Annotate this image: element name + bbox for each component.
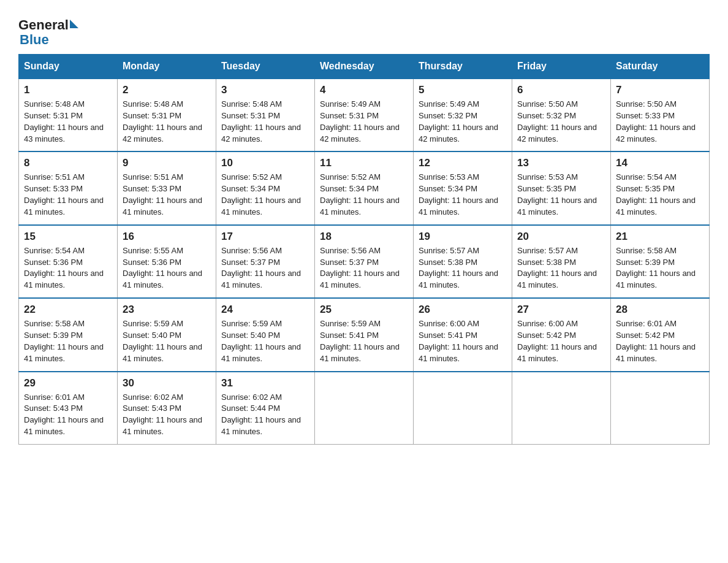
- day-info: Sunrise: 5:59 AM Sunset: 5:40 PM Dayligh…: [221, 318, 309, 364]
- day-info: Sunrise: 5:56 AM Sunset: 5:37 PM Dayligh…: [221, 245, 309, 291]
- calendar-cell: 14 Sunrise: 5:54 AM Sunset: 5:35 PM Dayl…: [611, 151, 710, 224]
- day-info: Sunrise: 5:50 AM Sunset: 5:33 PM Dayligh…: [616, 99, 704, 145]
- calendar-cell: 20 Sunrise: 5:57 AM Sunset: 5:38 PM Dayl…: [512, 225, 611, 298]
- calendar-cell: 5 Sunrise: 5:49 AM Sunset: 5:32 PM Dayli…: [414, 79, 512, 151]
- day-number: 25: [320, 304, 408, 316]
- calendar-cell: 26 Sunrise: 6:00 AM Sunset: 5:41 PM Dayl…: [414, 298, 512, 371]
- day-info: Sunrise: 5:48 AM Sunset: 5:31 PM Dayligh…: [221, 99, 309, 145]
- calendar-cell: 13 Sunrise: 5:53 AM Sunset: 5:35 PM Dayl…: [512, 151, 611, 224]
- day-number: 10: [221, 157, 309, 169]
- header-row: General Blue: [18, 12, 710, 48]
- day-info: Sunrise: 6:00 AM Sunset: 5:41 PM Dayligh…: [419, 318, 507, 364]
- day-info: Sunrise: 5:54 AM Sunset: 5:36 PM Dayligh…: [24, 245, 112, 291]
- calendar-week-row-1: 1 Sunrise: 5:48 AM Sunset: 5:31 PM Dayli…: [19, 79, 710, 151]
- calendar-week-row-2: 8 Sunrise: 5:51 AM Sunset: 5:33 PM Dayli…: [19, 151, 710, 224]
- calendar-cell: 30 Sunrise: 6:02 AM Sunset: 5:43 PM Dayl…: [118, 372, 216, 445]
- day-info: Sunrise: 5:59 AM Sunset: 5:40 PM Dayligh…: [123, 318, 211, 364]
- calendar-cell: 4 Sunrise: 5:49 AM Sunset: 5:31 PM Dayli…: [315, 79, 414, 151]
- calendar-week-row-4: 22 Sunrise: 5:58 AM Sunset: 5:39 PM Dayl…: [19, 298, 710, 371]
- day-info: Sunrise: 5:48 AM Sunset: 5:31 PM Dayligh…: [123, 99, 211, 145]
- day-number: 15: [24, 231, 112, 243]
- day-info: Sunrise: 5:54 AM Sunset: 5:35 PM Dayligh…: [616, 172, 704, 218]
- day-number: 19: [419, 231, 507, 243]
- day-number: 30: [123, 377, 211, 389]
- day-info: Sunrise: 5:53 AM Sunset: 5:34 PM Dayligh…: [419, 172, 507, 218]
- calendar-table: SundayMondayTuesdayWednesdayThursdayFrid…: [18, 54, 710, 445]
- day-number: 26: [419, 304, 507, 316]
- day-number: 2: [123, 84, 211, 96]
- day-info: Sunrise: 5:59 AM Sunset: 5:41 PM Dayligh…: [320, 318, 408, 364]
- calendar-cell: [512, 372, 611, 445]
- calendar-cell: [611, 372, 710, 445]
- day-info: Sunrise: 5:49 AM Sunset: 5:32 PM Dayligh…: [419, 99, 507, 145]
- calendar-cell: 24 Sunrise: 5:59 AM Sunset: 5:40 PM Dayl…: [216, 298, 315, 371]
- day-number: 9: [123, 157, 211, 169]
- calendar-cell: 23 Sunrise: 5:59 AM Sunset: 5:40 PM Dayl…: [118, 298, 216, 371]
- day-number: 29: [24, 377, 112, 389]
- logo-text-blue: Blue: [20, 32, 49, 48]
- day-number: 22: [24, 304, 112, 316]
- logo-text-general: General: [18, 17, 69, 33]
- calendar-week-row-5: 29 Sunrise: 6:01 AM Sunset: 5:43 PM Dayl…: [19, 372, 710, 445]
- logo: General Blue: [18, 17, 78, 48]
- day-number: 11: [320, 157, 408, 169]
- day-number: 6: [517, 84, 605, 96]
- calendar-week-row-3: 15 Sunrise: 5:54 AM Sunset: 5:36 PM Dayl…: [19, 225, 710, 298]
- day-number: 20: [517, 231, 605, 243]
- day-info: Sunrise: 5:52 AM Sunset: 5:34 PM Dayligh…: [221, 172, 309, 218]
- day-number: 8: [24, 157, 112, 169]
- calendar-cell: 27 Sunrise: 6:00 AM Sunset: 5:42 PM Dayl…: [512, 298, 611, 371]
- calendar-cell: 31 Sunrise: 6:02 AM Sunset: 5:44 PM Dayl…: [216, 372, 315, 445]
- calendar-cell: 6 Sunrise: 5:50 AM Sunset: 5:32 PM Dayli…: [512, 79, 611, 151]
- calendar-header-saturday: Saturday: [611, 55, 710, 79]
- day-info: Sunrise: 5:49 AM Sunset: 5:31 PM Dayligh…: [320, 99, 408, 145]
- day-info: Sunrise: 6:01 AM Sunset: 5:43 PM Dayligh…: [24, 392, 112, 438]
- calendar-header-tuesday: Tuesday: [216, 55, 315, 79]
- calendar-header-wednesday: Wednesday: [315, 55, 414, 79]
- calendar-cell: 2 Sunrise: 5:48 AM Sunset: 5:31 PM Dayli…: [118, 79, 216, 151]
- day-number: 5: [419, 84, 507, 96]
- calendar-cell: 21 Sunrise: 5:58 AM Sunset: 5:39 PM Dayl…: [611, 225, 710, 298]
- day-info: Sunrise: 5:50 AM Sunset: 5:32 PM Dayligh…: [517, 99, 605, 145]
- calendar-cell: 7 Sunrise: 5:50 AM Sunset: 5:33 PM Dayli…: [611, 79, 710, 151]
- day-info: Sunrise: 5:48 AM Sunset: 5:31 PM Dayligh…: [24, 99, 112, 145]
- calendar-cell: 22 Sunrise: 5:58 AM Sunset: 5:39 PM Dayl…: [19, 298, 118, 371]
- calendar-cell: 8 Sunrise: 5:51 AM Sunset: 5:33 PM Dayli…: [19, 151, 118, 224]
- day-info: Sunrise: 5:57 AM Sunset: 5:38 PM Dayligh…: [419, 245, 507, 291]
- day-number: 7: [616, 84, 704, 96]
- day-number: 16: [123, 231, 211, 243]
- calendar-cell: 9 Sunrise: 5:51 AM Sunset: 5:33 PM Dayli…: [118, 151, 216, 224]
- day-info: Sunrise: 6:01 AM Sunset: 5:42 PM Dayligh…: [616, 318, 704, 364]
- calendar-cell: 11 Sunrise: 5:52 AM Sunset: 5:34 PM Dayl…: [315, 151, 414, 224]
- day-info: Sunrise: 5:57 AM Sunset: 5:38 PM Dayligh…: [517, 245, 605, 291]
- day-info: Sunrise: 5:58 AM Sunset: 5:39 PM Dayligh…: [616, 245, 704, 291]
- day-number: 24: [221, 304, 309, 316]
- day-number: 3: [221, 84, 309, 96]
- day-info: Sunrise: 5:51 AM Sunset: 5:33 PM Dayligh…: [123, 172, 211, 218]
- day-number: 31: [221, 377, 309, 389]
- calendar-cell: 28 Sunrise: 6:01 AM Sunset: 5:42 PM Dayl…: [611, 298, 710, 371]
- day-number: 13: [517, 157, 605, 169]
- calendar-header-row: SundayMondayTuesdayWednesdayThursdayFrid…: [19, 55, 710, 79]
- day-info: Sunrise: 5:56 AM Sunset: 5:37 PM Dayligh…: [320, 245, 408, 291]
- day-info: Sunrise: 6:02 AM Sunset: 5:43 PM Dayligh…: [123, 392, 211, 438]
- day-number: 17: [221, 231, 309, 243]
- day-info: Sunrise: 5:55 AM Sunset: 5:36 PM Dayligh…: [123, 245, 211, 291]
- calendar-cell: 10 Sunrise: 5:52 AM Sunset: 5:34 PM Dayl…: [216, 151, 315, 224]
- calendar-header-friday: Friday: [512, 55, 611, 79]
- calendar-cell: 12 Sunrise: 5:53 AM Sunset: 5:34 PM Dayl…: [414, 151, 512, 224]
- day-info: Sunrise: 5:58 AM Sunset: 5:39 PM Dayligh…: [24, 318, 112, 364]
- calendar-header-thursday: Thursday: [414, 55, 512, 79]
- day-number: 23: [123, 304, 211, 316]
- day-info: Sunrise: 6:00 AM Sunset: 5:42 PM Dayligh…: [517, 318, 605, 364]
- calendar-cell: 3 Sunrise: 5:48 AM Sunset: 5:31 PM Dayli…: [216, 79, 315, 151]
- calendar-cell: 16 Sunrise: 5:55 AM Sunset: 5:36 PM Dayl…: [118, 225, 216, 298]
- calendar-header-sunday: Sunday: [19, 55, 118, 79]
- day-number: 28: [616, 304, 704, 316]
- calendar-cell: 25 Sunrise: 5:59 AM Sunset: 5:41 PM Dayl…: [315, 298, 414, 371]
- day-info: Sunrise: 5:51 AM Sunset: 5:33 PM Dayligh…: [24, 172, 112, 218]
- calendar-cell: 18 Sunrise: 5:56 AM Sunset: 5:37 PM Dayl…: [315, 225, 414, 298]
- calendar-cell: 15 Sunrise: 5:54 AM Sunset: 5:36 PM Dayl…: [19, 225, 118, 298]
- day-number: 4: [320, 84, 408, 96]
- day-number: 12: [419, 157, 507, 169]
